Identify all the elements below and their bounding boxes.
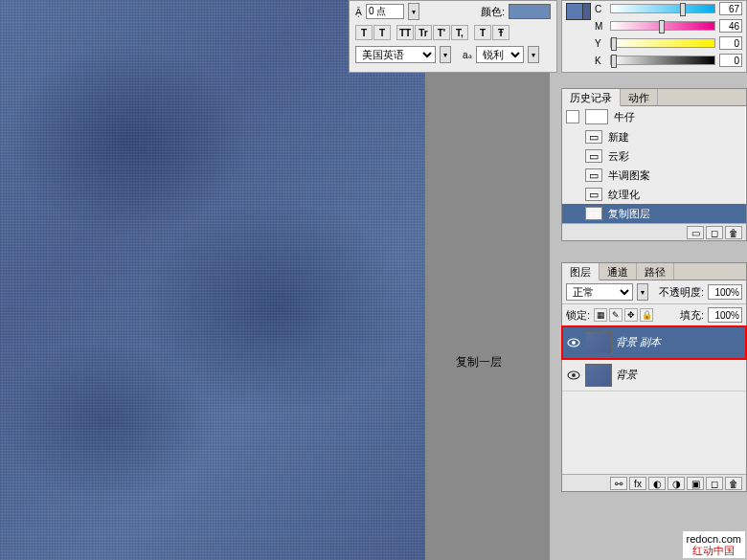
- tab-actions[interactable]: 动作: [621, 89, 658, 105]
- layer-thumbnail: [585, 364, 612, 387]
- tab-history[interactable]: 历史记录: [562, 89, 621, 106]
- layer-row[interactable]: 背景 副本: [562, 326, 746, 359]
- type-style-button[interactable]: TT: [396, 25, 414, 40]
- type-style-button[interactable]: T': [433, 25, 450, 40]
- cmyk-slider[interactable]: [610, 56, 715, 65]
- layer-thumbnail: [585, 331, 612, 354]
- layers-panel: 图层 通道 路径 正常 ▾ 不透明度: 锁定: ▦ ✎ ✥ 🔒 填充: 背景 副…: [561, 262, 747, 492]
- leading-icon: Ậ: [355, 7, 362, 17]
- cmyk-slider[interactable]: [610, 4, 715, 13]
- layer-name: 背景: [616, 368, 637, 382]
- cmyk-row-k: K: [595, 53, 742, 68]
- cmyk-label: K: [595, 56, 606, 66]
- delete-state-button[interactable]: 🗑: [725, 226, 742, 239]
- color-label: 颜色:: [481, 5, 505, 19]
- lock-all-icon[interactable]: 🔒: [640, 308, 653, 322]
- blend-mode-select[interactable]: 正常: [566, 283, 633, 301]
- annotation-label: 复制一层: [456, 354, 502, 370]
- tab-channels[interactable]: 通道: [600, 263, 637, 280]
- history-step-icon: ▭: [585, 207, 602, 220]
- watermark-cn: 红动中国: [687, 545, 741, 556]
- adjustment-layer-button[interactable]: ◑: [668, 477, 685, 490]
- work-area: [425, 73, 550, 560]
- type-style-button[interactable]: T: [374, 25, 391, 40]
- history-item-label: 半调图案: [608, 168, 650, 183]
- history-item-label: 新建: [608, 130, 629, 145]
- fg-bg-color-swatch[interactable]: [566, 3, 591, 28]
- language-select[interactable]: 美国英语: [355, 46, 436, 63]
- lock-pixels-icon[interactable]: ✎: [609, 308, 622, 322]
- layer-mask-button[interactable]: ◐: [648, 477, 666, 490]
- type-style-button[interactable]: T,: [451, 25, 468, 40]
- history-item[interactable]: ▭ 复制图层: [562, 204, 746, 223]
- history-panel: 历史记录 动作 牛仔 ▭ 新建 ▭ 云彩 ▭ 半调图案 ▭ 纹理化 ▭ 复制图层…: [561, 88, 747, 241]
- snapshot-name: 牛仔: [614, 110, 635, 124]
- cmyk-value-input[interactable]: [719, 2, 742, 15]
- history-step-icon: ▭: [585, 188, 602, 201]
- dropdown-arrow-icon[interactable]: ▾: [440, 46, 451, 63]
- history-step-icon: ▭: [585, 130, 602, 144]
- history-item-label: 纹理化: [608, 188, 640, 202]
- cmyk-slider[interactable]: [610, 38, 715, 48]
- foreground-color-swatch[interactable]: [566, 3, 583, 20]
- history-item[interactable]: ▭ 新建: [562, 127, 746, 146]
- history-step-icon: ▭: [585, 149, 602, 163]
- history-item[interactable]: ▭ 纹理化: [562, 185, 746, 204]
- svg-point-3: [572, 373, 576, 377]
- history-item[interactable]: ▭ 云彩: [562, 146, 746, 166]
- history-item-label: 复制图层: [608, 207, 650, 221]
- layer-row[interactable]: 背景: [562, 359, 746, 392]
- cmyk-row-y: Y: [595, 35, 742, 51]
- history-step-icon: ▭: [585, 168, 602, 182]
- layer-style-button[interactable]: fx: [629, 477, 646, 490]
- cmyk-value-input[interactable]: [719, 19, 742, 33]
- new-group-button[interactable]: ▣: [687, 477, 704, 490]
- type-style-button[interactable]: Tr: [415, 25, 432, 40]
- text-color-swatch[interactable]: [509, 4, 551, 19]
- new-layer-button[interactable]: ◻: [706, 477, 723, 490]
- type-style-button[interactable]: Ŧ: [492, 25, 509, 40]
- history-item-label: 云彩: [608, 149, 629, 164]
- dropdown-arrow-icon[interactable]: ▾: [528, 46, 539, 63]
- fill-label: 填充:: [680, 308, 704, 323]
- dropdown-arrow-icon[interactable]: ▾: [408, 3, 419, 20]
- type-style-button[interactable]: T: [355, 25, 373, 40]
- cmyk-label: M: [595, 21, 606, 32]
- visibility-eye-icon[interactable]: [566, 335, 581, 350]
- new-snapshot-button[interactable]: ◻: [706, 226, 723, 239]
- color-panel: C M Y K: [561, 0, 747, 73]
- tab-paths[interactable]: 路径: [637, 263, 674, 280]
- lock-position-icon[interactable]: ✥: [624, 308, 638, 322]
- antialias-icon: aₐ: [463, 50, 472, 60]
- opacity-input[interactable]: [708, 284, 742, 300]
- dropdown-arrow-icon[interactable]: ▾: [637, 283, 648, 301]
- watermark: redocn.com 红动中国: [683, 531, 745, 558]
- cmyk-label: C: [595, 4, 606, 14]
- cmyk-row-m: M: [595, 18, 742, 34]
- antialias-select[interactable]: 锐利: [476, 46, 524, 63]
- layer-name: 背景 副本: [616, 335, 661, 349]
- type-style-button[interactable]: T: [474, 25, 491, 40]
- lock-label: 锁定:: [566, 308, 590, 323]
- cmyk-slider[interactable]: [610, 21, 715, 31]
- cmyk-value-input[interactable]: [719, 36, 742, 50]
- delete-layer-button[interactable]: 🗑: [725, 477, 742, 490]
- leading-input[interactable]: [366, 4, 404, 19]
- cmyk-value-input[interactable]: [719, 54, 742, 67]
- history-item[interactable]: ▭ 半调图案: [562, 166, 746, 185]
- fill-input[interactable]: [708, 307, 742, 323]
- link-layers-button[interactable]: ⚯: [610, 477, 627, 490]
- history-snapshot-row[interactable]: 牛仔: [562, 106, 746, 127]
- canvas-area[interactable]: [0, 0, 425, 560]
- lock-transparency-icon[interactable]: ▦: [594, 308, 607, 322]
- watermark-url: redocn.com: [687, 533, 741, 545]
- svg-point-1: [572, 341, 576, 345]
- type-style-buttons: TTTTTrT'T,TŦ: [350, 22, 556, 43]
- canvas-texture: [0, 0, 425, 560]
- new-doc-from-state-button[interactable]: ▭: [687, 226, 704, 239]
- brush-source-icon[interactable]: [566, 110, 579, 123]
- visibility-eye-icon[interactable]: [566, 368, 581, 383]
- character-panel: Ậ ▾ 颜色: TTTTTrT'T,TŦ 美国英语 ▾ aₐ 锐利 ▾: [349, 0, 557, 73]
- tab-layers[interactable]: 图层: [562, 263, 600, 280]
- snapshot-thumb: [585, 109, 608, 124]
